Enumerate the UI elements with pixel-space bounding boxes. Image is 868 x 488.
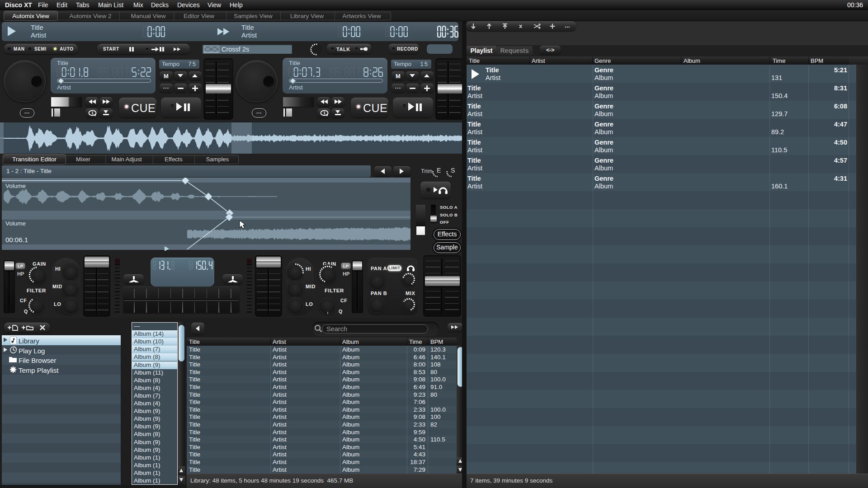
svg-text:1: 1 bbox=[91, 111, 94, 115]
svg-text:1: 1 bbox=[323, 111, 326, 115]
